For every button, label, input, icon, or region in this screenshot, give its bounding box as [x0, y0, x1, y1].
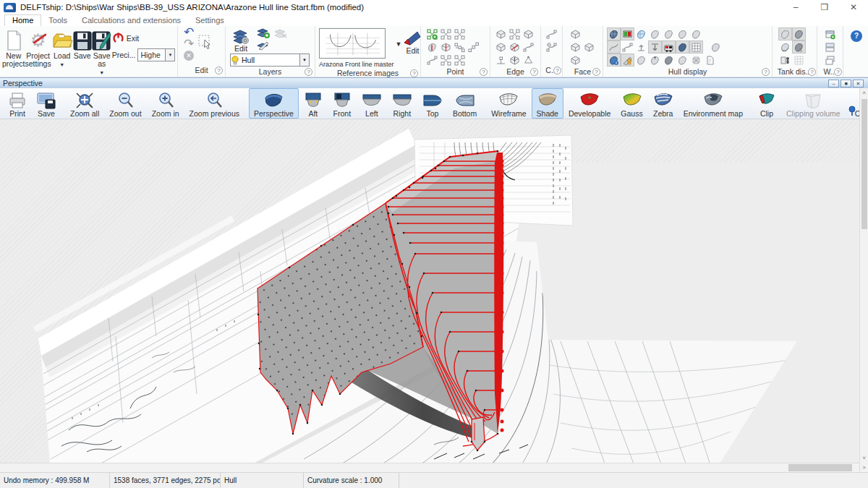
extrude-edge-icon[interactable]: [494, 27, 508, 40]
view-front-button[interactable]: Front: [328, 88, 357, 119]
layers-edit-button[interactable]: Edit: [230, 27, 252, 53]
insert-point-icon[interactable]: [467, 40, 480, 53]
vertical-scrollbar[interactable]: ˄ ˅ ˃: [859, 88, 868, 472]
gauss-button[interactable]: Gauss: [616, 88, 647, 119]
invert-face-icon[interactable]: [569, 40, 582, 53]
delete-layer-icon[interactable]: [273, 27, 288, 40]
group-help-icon[interactable]: ?: [410, 69, 418, 77]
lock-point-icon[interactable]: [425, 40, 439, 53]
clip-button[interactable]: Clip: [752, 88, 781, 119]
new-project-button[interactable]: New project: [2, 27, 25, 68]
panel-close-button[interactable]: ✕: [853, 80, 864, 87]
edge-insert-icon[interactable]: [494, 53, 508, 67]
flowlines-icon[interactable]: [676, 40, 689, 53]
view-aft-button[interactable]: Aft: [299, 88, 328, 119]
save-as-dropdown-icon[interactable]: ▼: [99, 69, 104, 77]
curve-fair-icon[interactable]: [545, 27, 558, 40]
edge-extrude2-icon[interactable]: [508, 53, 522, 67]
zoom-all-button[interactable]: Zoom all: [65, 88, 104, 119]
help-icon[interactable]: ?: [851, 30, 862, 42]
rotate-face-icon[interactable]: [569, 53, 582, 67]
layer-combo[interactable]: Hull ▼: [230, 53, 310, 67]
zebra-button[interactable]: Zebra: [648, 88, 678, 119]
view-left-button[interactable]: Left: [357, 88, 387, 119]
show-both-sides-icon[interactable]: [621, 27, 634, 40]
group-help-icon[interactable]: ?: [530, 68, 538, 76]
save-view-button[interactable]: Save: [32, 88, 61, 119]
surface-check-icon[interactable]: [634, 53, 648, 67]
report-page-icon[interactable]: [703, 53, 717, 67]
tank-view-4-icon[interactable]: [792, 40, 806, 53]
point-option-3-icon[interactable]: [453, 53, 467, 67]
dark-patch-icon[interactable]: [662, 53, 676, 67]
tab-home[interactable]: Home: [4, 14, 41, 26]
add-layer-icon[interactable]: [256, 27, 271, 40]
zoom-in-button[interactable]: Zoom in: [147, 88, 184, 119]
select-tool-button[interactable]: [198, 27, 213, 51]
load-dropdown-icon[interactable]: ▼: [59, 61, 64, 69]
edge-diagonal-icon[interactable]: [508, 40, 522, 53]
horizontal-scrollbar-thumb[interactable]: [788, 464, 852, 471]
vertical-scrollbar-thumb[interactable]: [861, 99, 867, 229]
reference-image-thumbnail[interactable]: Arazona Front line master: [319, 28, 394, 68]
wireframe-button[interactable]: Wireframe: [486, 88, 531, 119]
show-buttocks-icon[interactable]: [662, 27, 676, 40]
markers-up-icon[interactable]: [634, 40, 648, 53]
tab-calculations[interactable]: Calculations and extensions: [75, 15, 188, 26]
tank-view-2-icon[interactable]: [792, 27, 806, 40]
mirror-face-icon[interactable]: [582, 40, 596, 53]
show-diagonals-icon[interactable]: [689, 27, 703, 40]
delete-icon[interactable]: ✕: [184, 51, 194, 61]
curve-add-icon[interactable]: [545, 40, 558, 53]
combo-dropdown-icon[interactable]: ▼: [299, 54, 309, 66]
tank-sections-icon[interactable]: [792, 53, 806, 67]
combo-dropdown-icon[interactable]: ▼: [165, 49, 174, 61]
show-markers-icon[interactable]: [709, 40, 723, 53]
layer-color-icon[interactable]: [256, 40, 288, 52]
show-normals-icon[interactable]: [621, 40, 634, 53]
reference-edit-button[interactable]: Edit: [403, 28, 422, 55]
print-button[interactable]: Print: [3, 88, 32, 119]
new-face-icon[interactable]: [569, 27, 582, 40]
markers-down-icon[interactable]: [648, 40, 662, 53]
panel-minimize-button[interactable]: –: [828, 80, 839, 87]
redo-icon[interactable]: ↷: [184, 39, 194, 49]
zoom-out-button[interactable]: Zoom out: [104, 88, 146, 119]
tile-windows-icon[interactable]: [823, 40, 837, 53]
intersections-icon[interactable]: [607, 53, 621, 67]
tank-view-1-icon[interactable]: [778, 27, 792, 40]
panel-maximize-button[interactable]: ■: [841, 80, 851, 87]
tab-settings[interactable]: Settings: [188, 15, 231, 26]
developable-button[interactable]: Developable: [563, 88, 616, 119]
close-button[interactable]: ✕: [839, 0, 868, 14]
scroll-up-icon[interactable]: ˄: [860, 88, 868, 98]
view-right-button[interactable]: Right: [387, 88, 417, 119]
view-top-button[interactable]: Top: [417, 88, 448, 119]
align-points-icon[interactable]: [453, 40, 467, 53]
zoom-previous-button[interactable]: Zoom previous: [184, 88, 244, 119]
surface-flip-icon[interactable]: [648, 53, 662, 67]
group-help-icon[interactable]: ?: [480, 68, 488, 76]
scroll-right-icon[interactable]: ˃: [860, 463, 868, 472]
point-option-2-icon[interactable]: [439, 53, 453, 67]
edge-curve-icon[interactable]: [522, 40, 535, 53]
tank-view-3-icon[interactable]: [778, 40, 792, 53]
split-edge-icon[interactable]: [522, 27, 535, 40]
perspective-viewport[interactable]: [0, 119, 859, 463]
minimize-button[interactable]: –: [781, 0, 810, 14]
horizontal-scrollbar[interactable]: [0, 463, 859, 472]
maximize-button[interactable]: ❒: [810, 0, 839, 14]
edge-tri-icon[interactable]: [522, 53, 535, 67]
pinwheel-icon[interactable]: [689, 53, 703, 67]
group-help-icon[interactable]: ?: [834, 68, 842, 76]
group-help-icon[interactable]: ?: [762, 68, 770, 76]
new-window-icon[interactable]: [823, 27, 837, 40]
show-curvature-icon[interactable]: [607, 40, 621, 53]
tab-tools[interactable]: Tools: [41, 15, 75, 26]
crease-edge-icon[interactable]: [494, 40, 508, 53]
undo-icon[interactable]: ↶: [184, 27, 194, 38]
view-perspective-button[interactable]: Perspective: [249, 88, 299, 119]
show-stations-icon[interactable]: [648, 27, 662, 40]
save-button[interactable]: Save: [73, 27, 92, 60]
pin-icon[interactable]: [848, 106, 856, 117]
